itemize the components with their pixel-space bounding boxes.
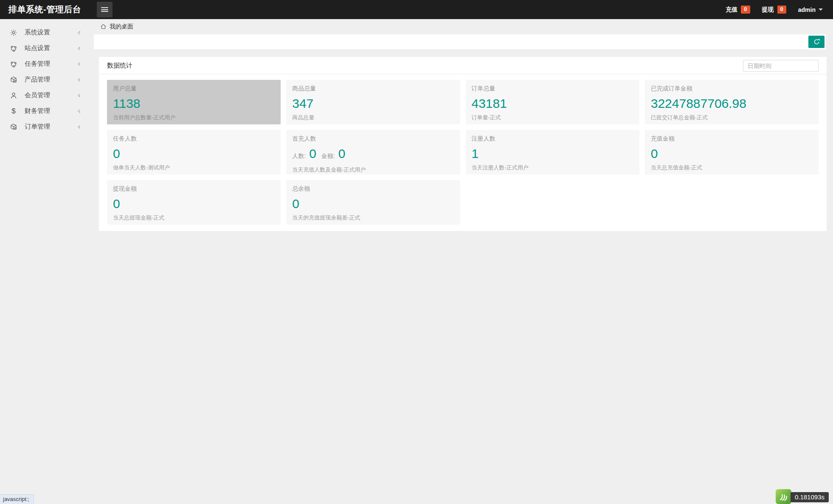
withdraw-count-badge: 0 <box>777 6 786 14</box>
stat-card-total-balance: 总余额 0 当天的充值提现余额差-正式 <box>286 180 460 225</box>
top-header: 排单系统-管理后台 充值 0 提现 0 admin <box>0 0 833 19</box>
hamburger-icon <box>101 6 108 13</box>
stat-card-title: 充值金额 <box>651 135 813 143</box>
chevron-left-icon <box>76 77 82 83</box>
stat-card-value: 0 <box>113 197 275 211</box>
pair-value: 0 <box>309 146 316 161</box>
date-input[interactable] <box>743 60 819 72</box>
stat-card-value: 1138 <box>113 96 275 111</box>
stat-card-value: 32247887706.98 <box>651 96 813 111</box>
user-icon <box>10 92 17 99</box>
tab-toolbar <box>94 34 826 49</box>
recharge-count-badge: 0 <box>741 6 750 14</box>
stat-card-desc: 当天充值人数及金额-正式用户 <box>292 166 454 174</box>
sidebar-item-label: 站点设置 <box>25 44 50 52</box>
stat-card-title: 已完成订单金额 <box>651 85 813 93</box>
stat-card-value: 0 <box>292 197 454 211</box>
chevron-left-icon <box>76 93 82 99</box>
stat-card-value: 1 <box>472 146 633 161</box>
sidebar-item-task-management[interactable]: 任务管理 <box>0 56 91 72</box>
sidebar-item-member-management[interactable]: 会员管理 <box>0 87 91 103</box>
stats-panel: 数据统计 用户总量 1138 当前用户总数量-正式用户 商品总量 347 商品总… <box>99 57 827 231</box>
stat-card-first-charge: 首充人数 人数:0金额:0 当天充值人数及金额-正式用户 <box>286 130 460 175</box>
stat-card-title: 商品总量 <box>292 85 454 93</box>
stat-card-pairs: 人数:0金额:0 <box>292 146 454 163</box>
cloud-node-icon <box>10 45 17 52</box>
sidebar-item-finance-management[interactable]: $ 财务管理 <box>0 103 91 119</box>
sidebar-item-label: 系统设置 <box>25 28 50 37</box>
refresh-button[interactable] <box>808 36 825 48</box>
gear-icon <box>10 29 17 37</box>
home-icon <box>100 23 107 30</box>
stat-card-desc: 当天的充值提现余额差-正式 <box>292 214 454 222</box>
chevron-left-icon <box>76 30 82 36</box>
link-preview-statusbar: javascript:; <box>0 494 34 504</box>
stat-card-title: 订单总量 <box>472 85 633 93</box>
stat-card-title: 用户总量 <box>113 85 275 93</box>
panel-title: 数据统计 <box>107 62 132 70</box>
stat-card-product-total: 商品总量 347 商品总量 <box>286 80 460 124</box>
user-menu[interactable]: admin <box>798 6 823 13</box>
stat-card-value: 347 <box>292 96 454 111</box>
stat-card-task-users: 任务人数 0 做单当天人数-测试用户 <box>107 130 281 175</box>
load-time-badge: 0.181093s <box>791 492 829 502</box>
chevron-left-icon <box>76 124 82 130</box>
menu-toggle-button[interactable] <box>97 2 113 17</box>
sidebar-item-label: 任务管理 <box>25 60 50 68</box>
cube-gear-icon <box>10 123 17 131</box>
app-title: 排单系统-管理后台 <box>0 4 97 15</box>
recharge-label: 充值 <box>726 6 737 14</box>
stat-card-title: 提现金额 <box>113 185 275 193</box>
pair-label: 金额: <box>321 149 335 163</box>
refresh-icon <box>813 38 820 45</box>
stat-card-desc: 订单量-正式 <box>472 114 633 121</box>
username: admin <box>798 6 816 13</box>
breadcrumb-label: 我的桌面 <box>110 23 133 31</box>
pair-value: 0 <box>338 146 346 161</box>
stat-card-order-total: 订单总量 43181 订单量-正式 <box>466 80 639 124</box>
stat-card-desc: 当前用户总数量-正式用户 <box>113 114 275 121</box>
sidebar: 系统设置 站点设置 任务管理 产品管理 会员管理 $ 财务管理 订单管理 <box>0 19 91 504</box>
stat-card-recharge-amount: 充值金额 0 当天总充值金额-正式 <box>645 130 819 175</box>
chevron-left-icon <box>76 45 82 51</box>
stats-cards-grid: 用户总量 1138 当前用户总数量-正式用户 商品总量 347 商品总量 订单总… <box>99 74 827 231</box>
stat-card-title: 首充人数 <box>292 135 454 143</box>
stat-card-registered-users: 注册人数 1 当天注册人数-正式用户 <box>466 130 639 175</box>
recharge-nav[interactable]: 充值 0 <box>726 6 750 14</box>
cloud-node-icon <box>10 60 17 68</box>
thinkphp-logo-icon <box>776 489 791 504</box>
caret-down-icon <box>819 8 823 13</box>
cube-gear-icon <box>10 76 17 84</box>
stat-card-title: 任务人数 <box>113 135 275 143</box>
breadcrumb: 我的桌面 <box>91 19 833 34</box>
stat-card-desc: 做单当天人数-测试用户 <box>113 164 275 172</box>
main-area: 我的桌面 数据统计 用户总量 1138 当前用户总数量-正式用户 商品总量 34… <box>91 19 833 504</box>
sidebar-item-label: 会员管理 <box>25 91 50 99</box>
stat-card-completed-order-amount: 已完成订单金额 32247887706.98 已提交订单总金额-正式 <box>645 80 819 124</box>
sidebar-item-label: 财务管理 <box>25 107 50 115</box>
sidebar-item-system-settings[interactable]: 系统设置 <box>0 25 91 40</box>
pair-label: 人数: <box>292 149 306 163</box>
withdraw-nav[interactable]: 提现 0 <box>762 6 786 14</box>
stats-panel-header: 数据统计 <box>99 57 827 74</box>
stat-card-desc: 当天总充值金额-正式 <box>651 164 813 172</box>
chevron-left-icon <box>76 61 82 67</box>
dollar-icon: $ <box>10 107 17 115</box>
sidebar-item-order-management[interactable]: 订单管理 <box>0 119 91 135</box>
stat-card-desc: 商品总量 <box>292 114 454 121</box>
stat-card-title: 总余额 <box>292 185 454 193</box>
stat-card-value: 43181 <box>472 96 633 111</box>
sidebar-item-label: 订单管理 <box>25 123 50 131</box>
page-load-widget: 0.181093s <box>776 489 829 504</box>
withdraw-label: 提现 <box>762 6 774 14</box>
header-right: 充值 0 提现 0 admin <box>726 6 833 14</box>
stat-card-user-total: 用户总量 1138 当前用户总数量-正式用户 <box>107 80 281 124</box>
stat-card-value: 0 <box>651 146 813 161</box>
sidebar-item-product-management[interactable]: 产品管理 <box>0 72 91 87</box>
sidebar-item-site-settings[interactable]: 站点设置 <box>0 40 91 56</box>
sidebar-item-label: 产品管理 <box>25 76 50 84</box>
stat-card-title: 注册人数 <box>472 135 633 143</box>
stat-card-desc: 已提交订单总金额-正式 <box>651 114 813 121</box>
stat-card-value: 0 <box>113 146 275 161</box>
chevron-left-icon <box>76 108 82 114</box>
